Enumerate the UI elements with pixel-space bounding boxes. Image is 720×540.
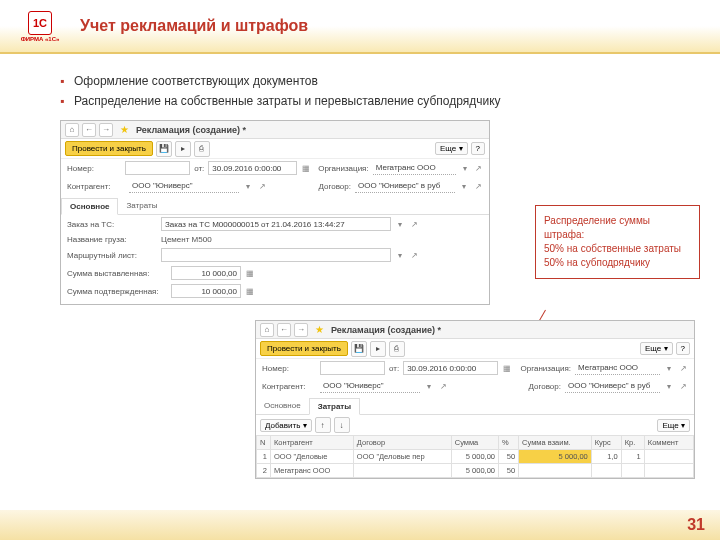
calc-icon[interactable]: ▦ [245, 287, 255, 296]
col-contract[interactable]: Договор [353, 436, 451, 450]
open-icon[interactable]: ↗ [678, 382, 688, 391]
callout-line3: 50% на субподрядчику [544, 256, 691, 270]
add-button[interactable]: Добавить ▾ [260, 419, 312, 432]
star-icon[interactable]: ★ [315, 324, 324, 335]
save-icon[interactable]: 💾 [156, 141, 172, 157]
more-button[interactable]: Еще ▾ [657, 419, 690, 432]
sum-confirmed-input[interactable]: 10 000,00 [171, 284, 241, 298]
help-button[interactable]: ? [676, 342, 690, 355]
number-label: Номер: [262, 364, 316, 373]
date-from-label: от: [389, 364, 399, 373]
number-input[interactable] [320, 361, 385, 375]
post-icon[interactable]: ▸ [370, 341, 386, 357]
col-n[interactable]: N [257, 436, 271, 450]
col-sum[interactable]: Сумма [451, 436, 498, 450]
star-icon[interactable]: ★ [120, 124, 129, 135]
col-kr[interactable]: Кр. [621, 436, 644, 450]
sum-issued-label: Сумма выставленная: [67, 269, 167, 278]
open-icon[interactable]: ↗ [473, 182, 483, 191]
tab-main[interactable]: Основное [61, 198, 118, 215]
dropdown-icon[interactable]: ▾ [243, 182, 253, 191]
footer-band [0, 510, 720, 540]
post-icon[interactable]: ▸ [175, 141, 191, 157]
home-icon[interactable]: ⌂ [65, 123, 79, 137]
forward-icon[interactable]: → [294, 323, 308, 337]
date-input[interactable]: 30.09.2016 0:00:00 [403, 361, 498, 375]
logo-text: ФИРМА «1С» [21, 36, 60, 42]
date-input[interactable]: 30.09.2016 0:00:00 [208, 161, 297, 175]
bullet-list: Оформление соответствующих документов Ра… [60, 74, 680, 108]
cargo-label: Название груза: [67, 235, 157, 244]
down-icon[interactable]: ↓ [334, 417, 350, 433]
logo-1c: 1C ФИРМА «1С» [10, 6, 70, 46]
col-percent[interactable]: % [499, 436, 519, 450]
calendar-icon[interactable]: ▦ [502, 364, 512, 373]
dropdown-icon[interactable]: ▾ [460, 164, 469, 173]
window-title: Рекламация (создание) * [331, 325, 441, 335]
highlighted-cell[interactable]: 5 000,00 [519, 450, 592, 464]
order-input[interactable]: Заказ на ТС М000000015 от 21.04.2016 13:… [161, 217, 391, 231]
col-rate[interactable]: Курс [591, 436, 621, 450]
open-icon[interactable]: ↗ [678, 364, 688, 373]
up-icon[interactable]: ↑ [315, 417, 331, 433]
print-icon[interactable]: ⎙ [389, 341, 405, 357]
date-from-label: от: [194, 164, 204, 173]
number-input[interactable] [125, 161, 190, 175]
counterparty-input[interactable]: ООО "Юниверс" [320, 379, 420, 393]
help-button[interactable]: ? [471, 142, 485, 155]
tab-costs[interactable]: Затраты [309, 398, 360, 415]
contract-label: Договор: [319, 182, 351, 191]
more-button[interactable]: Еще ▾ [640, 342, 673, 355]
tab-costs[interactable]: Затраты [118, 197, 165, 214]
more-button[interactable]: Еще ▾ [435, 142, 468, 155]
col-comment[interactable]: Коммент [644, 436, 693, 450]
table-row[interactable]: 1 ООО "Деловые ООО "Деловые пер 5 000,00… [257, 450, 694, 464]
open-icon[interactable]: ↗ [409, 251, 419, 260]
toolbar: Провести и закрыть 💾 ▸ ⎙ Еще ▾ ? [61, 139, 489, 159]
dropdown-icon[interactable]: ▾ [395, 220, 405, 229]
toolbar: Провести и закрыть 💾 ▸ ⎙ Еще ▾ ? [256, 339, 694, 359]
print-icon[interactable]: ⎙ [194, 141, 210, 157]
page-header: 1C ФИРМА «1С» Учет рекламаций и штрафов [0, 0, 720, 54]
org-input[interactable]: Мегатранс ООО [373, 161, 457, 175]
dropdown-icon[interactable]: ▾ [395, 251, 405, 260]
tab-main[interactable]: Основное [256, 397, 309, 414]
col-mutual[interactable]: Сумма взаим. [519, 436, 592, 450]
org-input[interactable]: Мегатранс ООО [575, 361, 660, 375]
route-input[interactable] [161, 248, 391, 262]
titlebar: ⌂ ← → ★ Рекламация (создание) * [61, 121, 489, 139]
dropdown-icon[interactable]: ▾ [424, 382, 434, 391]
post-and-close-button[interactable]: Провести и закрыть [260, 341, 348, 356]
dropdown-icon[interactable]: ▾ [664, 382, 674, 391]
open-icon[interactable]: ↗ [409, 220, 419, 229]
calendar-icon[interactable]: ▦ [301, 164, 310, 173]
route-label: Маршрутный лист: [67, 251, 157, 260]
org-label: Организация: [318, 164, 368, 173]
back-icon[interactable]: ← [82, 123, 96, 137]
dropdown-icon[interactable]: ▾ [664, 364, 674, 373]
save-icon[interactable]: 💾 [351, 341, 367, 357]
callout-box: Распределение суммы штрафа: 50% на собст… [535, 205, 700, 279]
sum-issued-input[interactable]: 10 000,00 [171, 266, 241, 280]
home-icon[interactable]: ⌂ [260, 323, 274, 337]
open-icon[interactable]: ↗ [257, 182, 267, 191]
sum-confirmed-label: Сумма подтвержденная: [67, 287, 167, 296]
col-counterparty[interactable]: Контрагент [271, 436, 354, 450]
contract-input[interactable]: ООО "Юниверс" в руб [355, 179, 455, 193]
post-and-close-button[interactable]: Провести и закрыть [65, 141, 153, 156]
callout-line1: Распределение суммы штрафа: [544, 214, 691, 242]
reclamation-window-costs: ⌂ ← → ★ Рекламация (создание) * Провести… [255, 320, 695, 479]
counterparty-input[interactable]: ООО "Юниверс" [129, 179, 239, 193]
counterparty-label: Контрагент: [67, 182, 125, 191]
back-icon[interactable]: ← [277, 323, 291, 337]
open-icon[interactable]: ↗ [438, 382, 448, 391]
costs-table: N Контрагент Договор Сумма % Сумма взаим… [256, 435, 694, 478]
forward-icon[interactable]: → [99, 123, 113, 137]
calc-icon[interactable]: ▦ [245, 269, 255, 278]
cargo-value: Цемент М500 [161, 235, 212, 244]
dropdown-icon[interactable]: ▾ [459, 182, 469, 191]
table-row[interactable]: 2 Мегатранс ООО 5 000,00 50 [257, 464, 694, 478]
page-number: 31 [687, 516, 705, 534]
contract-input[interactable]: ООО "Юниверс" в руб [565, 379, 660, 393]
open-icon[interactable]: ↗ [474, 164, 483, 173]
